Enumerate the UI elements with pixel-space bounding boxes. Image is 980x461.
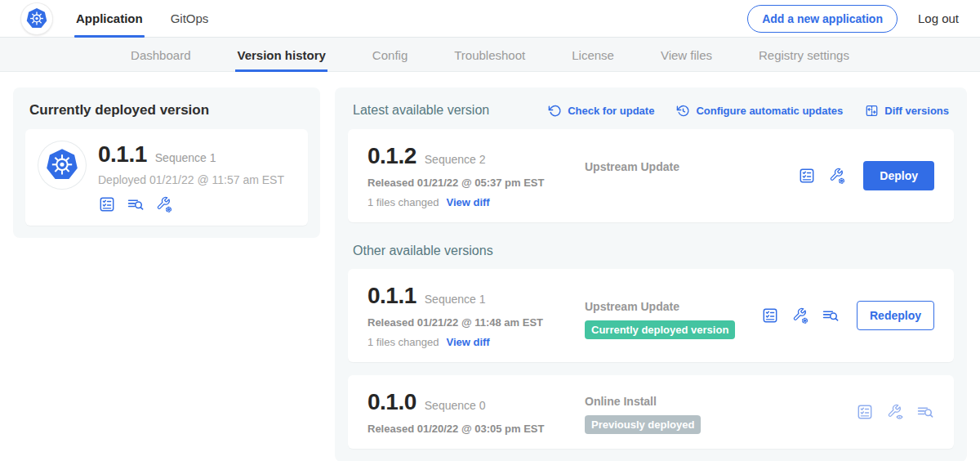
subnav-tab-license[interactable]: License	[572, 38, 614, 72]
version-number: 0.1.1	[368, 283, 416, 309]
currently-deployed-badge: Currently deployed version	[585, 320, 735, 339]
sequence-label: Sequence 0	[425, 399, 486, 412]
header-tab-gitops-label: GitOps	[171, 11, 209, 25]
previously-deployed-badge: Previously deployed	[585, 415, 701, 434]
subnav-tab-config-label: Config	[372, 48, 408, 62]
redeploy-button[interactable]: Redeploy	[857, 301, 934, 330]
deployed-timestamp: Deployed 01/21/22 @ 11:57 am EST	[98, 173, 284, 186]
subnav-tab-view-files[interactable]: View files	[661, 38, 712, 72]
version-number: 0.1.2	[368, 143, 416, 169]
auto-update-clock-icon	[676, 104, 690, 118]
released-timestamp: Released 01/21/22 @ 05:37 pm EST	[368, 177, 585, 189]
kubernetes-logo	[21, 3, 52, 34]
version-actions: Redeploy	[761, 301, 934, 330]
view-diff-link[interactable]: View diff	[446, 196, 489, 208]
files-changed-label: 1 files changed	[368, 196, 439, 208]
source-label: Online Install	[585, 395, 856, 408]
diff-icon	[865, 104, 879, 118]
deploy-button[interactable]: Deploy	[863, 161, 934, 190]
files-changed-label: 1 files changed	[368, 336, 439, 348]
currently-deployed-title: Currently deployed version	[29, 102, 308, 119]
subnav-tab-troubleshoot-label: Troubleshoot	[454, 48, 525, 62]
diff-versions-link[interactable]: Diff versions	[865, 104, 949, 118]
deployed-version-number: 0.1.1	[98, 141, 147, 168]
checklist-icon[interactable]	[798, 167, 816, 185]
subnav-tab-troubleshoot[interactable]: Troubleshoot	[454, 38, 525, 72]
app-icon	[38, 141, 86, 189]
other-versions-heading: Other available versions	[353, 244, 949, 258]
wrench-gear-icon[interactable]	[828, 167, 846, 185]
header-tab-gitops[interactable]: GitOps	[169, 0, 211, 38]
released-timestamp: Released 01/20/22 @ 03:05 pm EST	[368, 423, 585, 435]
logout-button[interactable]: Log out	[918, 11, 959, 25]
latest-version-heading: Latest available version	[353, 103, 489, 118]
deployed-version-info: 0.1.1 Sequence 1 Deployed 01/21/22 @ 11:…	[98, 141, 284, 213]
wrench-gear-icon[interactable]	[791, 307, 809, 324]
view-diff-link[interactable]: View diff	[446, 336, 489, 348]
deploy-logs-icon[interactable]	[822, 307, 840, 324]
checklist-icon[interactable]	[761, 307, 779, 324]
panel-actions: Check for update Configure automatic upd…	[548, 104, 949, 118]
main-content: Currently deployed version 0.1.1 Sequenc…	[0, 72, 980, 461]
version-source: Online Install Previously deployed	[585, 389, 856, 435]
subnav-tab-registry-settings-label: Registry settings	[759, 48, 849, 62]
latest-version-header: Latest available version Check for updat…	[353, 103, 949, 118]
version-info: 0.1.1 Sequence 1 Released 01/21/22 @ 11:…	[368, 283, 585, 348]
diff-versions-label: Diff versions	[884, 105, 949, 117]
configure-auto-updates-label: Configure automatic updates	[696, 105, 843, 117]
version-number: 0.1.0	[368, 389, 416, 415]
wrench-gear-icon[interactable]	[155, 195, 173, 213]
version-info: 0.1.2 Sequence 2 Released 01/21/22 @ 05:…	[368, 143, 585, 208]
header-tab-application[interactable]: Application	[74, 0, 145, 38]
add-new-application-button[interactable]: Add a new application	[747, 5, 898, 33]
sequence-label: Sequence 2	[425, 153, 486, 166]
app-header: Application GitOps Add a new application…	[0, 0, 980, 38]
currently-deployed-card: Currently deployed version 0.1.1 Sequenc…	[13, 87, 320, 238]
subnav-tab-registry-settings[interactable]: Registry settings	[759, 38, 849, 72]
configure-auto-updates-link[interactable]: Configure automatic updates	[676, 104, 843, 118]
version-actions	[856, 403, 934, 421]
subnav-tab-license-label: License	[572, 48, 614, 62]
subnav-tab-dashboard-label: Dashboard	[131, 48, 190, 62]
version-row-0-1-2: 0.1.2 Sequence 2 Released 01/21/22 @ 05:…	[348, 129, 954, 222]
kots-admin-console: Application GitOps Add a new application…	[0, 0, 980, 461]
checklist-icon[interactable]	[98, 195, 116, 213]
refresh-icon	[548, 104, 562, 118]
version-history-panel: Latest available version Check for updat…	[335, 87, 967, 461]
version-actions: Deploy	[798, 161, 934, 190]
subnav-tab-config[interactable]: Config	[372, 38, 408, 72]
subnav-tab-dashboard[interactable]: Dashboard	[131, 38, 190, 72]
deployed-sequence-label: Sequence 1	[155, 151, 216, 164]
version-source: Upstream Update Currently deployed versi…	[585, 283, 761, 348]
version-row-0-1-1: 0.1.1 Sequence 1 Released 01/21/22 @ 11:…	[348, 269, 954, 362]
source-label: Upstream Update	[585, 300, 761, 313]
check-for-update-label: Check for update	[568, 105, 654, 117]
deployed-actions	[98, 195, 284, 213]
subnav-tab-view-files-label: View files	[661, 48, 712, 62]
deployed-version-box: 0.1.1 Sequence 1 Deployed 01/21/22 @ 11:…	[25, 129, 308, 226]
subnav-tab-version-history[interactable]: Version history	[237, 38, 325, 72]
app-subnav: Dashboard Version history Config Trouble…	[0, 38, 980, 72]
deploy-logs-icon[interactable]	[127, 195, 145, 213]
wrench-eye-icon[interactable]	[886, 403, 904, 421]
checklist-icon[interactable]	[856, 403, 874, 421]
version-row-0-1-0: 0.1.0 Sequence 0 Released 01/20/22 @ 03:…	[348, 375, 954, 449]
sequence-label: Sequence 1	[425, 293, 486, 306]
source-label: Upstream Update	[585, 160, 798, 173]
version-info: 0.1.0 Sequence 0 Released 01/20/22 @ 03:…	[368, 389, 585, 435]
deploy-logs-icon[interactable]	[916, 403, 934, 421]
check-for-update-link[interactable]: Check for update	[548, 104, 654, 118]
released-timestamp: Released 01/21/22 @ 11:48 am EST	[368, 316, 585, 329]
version-source: Upstream Update	[585, 143, 798, 208]
subnav-tab-version-history-label: Version history	[237, 48, 325, 62]
header-tab-application-label: Application	[76, 11, 143, 25]
